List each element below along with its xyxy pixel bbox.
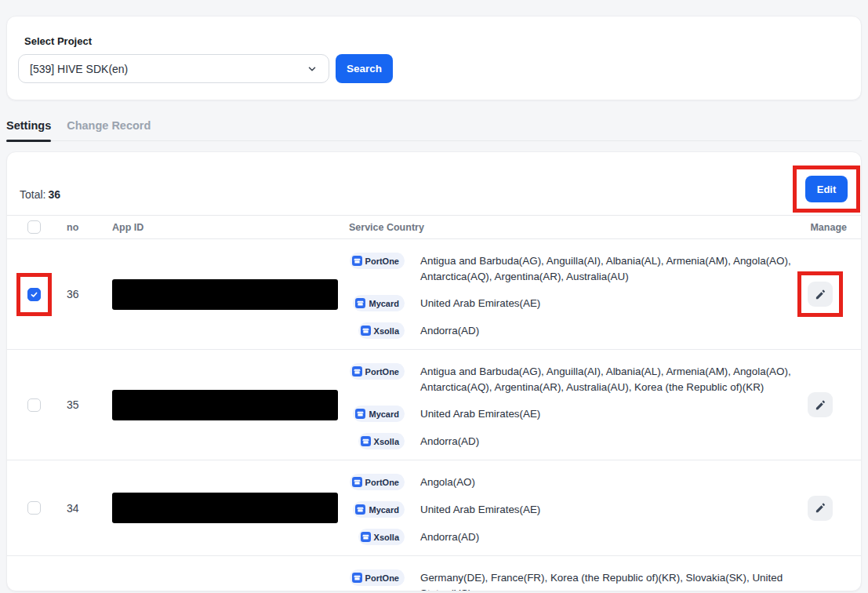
provider-badge: PortOne (350, 474, 405, 490)
column-header-service-country: Service Country (349, 222, 794, 233)
store-icon (361, 326, 371, 336)
store-icon (352, 477, 362, 487)
pencil-icon (815, 502, 826, 514)
row-edit-button[interactable] (808, 496, 833, 521)
provider-badge-label: PortOne (365, 573, 399, 583)
provider-badge-label: PortOne (365, 256, 399, 266)
provider-badge: Xsolla (358, 433, 405, 449)
store-icon (352, 573, 362, 583)
pencil-icon (815, 399, 826, 411)
row-number: 34 (67, 502, 112, 515)
store-icon (355, 298, 365, 308)
provider-badge: Xsolla (358, 529, 405, 545)
service-line: Xsolla Andorra(AD) (349, 322, 794, 339)
service-line: PortOne Angola(AO) (349, 474, 794, 490)
row-checkbox[interactable] (27, 288, 41, 301)
tab-settings[interactable]: Settings (6, 119, 51, 140)
edit-annotation-box: Edit (793, 166, 860, 213)
service-country-text: Antigua and Barbuda(AG), Anguilla(AI), A… (420, 253, 794, 284)
table-header-row: no App ID Service Country Manage (7, 215, 861, 239)
column-header-app-id: App ID (112, 222, 349, 233)
project-select[interactable]: [539] HIVE SDK(en) (18, 54, 329, 83)
provider-badge-label: Xsolla (374, 437, 399, 446)
row-edit-button[interactable] (808, 282, 833, 307)
store-icon (352, 366, 362, 377)
checkbox-annotation-box (16, 384, 52, 427)
provider-badge-label: PortOne (365, 367, 399, 377)
provider-badge: PortOne (350, 569, 405, 586)
check-icon (30, 290, 38, 299)
total-count: Total:36 (20, 188, 60, 201)
page: Select Project [539] HIVE SDK(en) Search… (0, 16, 868, 591)
service-country-cell: PortOne Antigua and Barbuda(AG), Anguill… (349, 239, 794, 349)
tab-bar: Settings Change Record (6, 119, 862, 141)
service-country-cell: PortOne Antigua and Barbuda(AG), Anguill… (349, 350, 794, 460)
service-country-text: Andorra(AD) (420, 529, 479, 545)
row-checkbox[interactable] (27, 398, 41, 412)
service-line: Xsolla Andorra(AD) (349, 529, 794, 545)
store-icon (361, 436, 371, 446)
service-country-text: United Arab Emirates(AE) (420, 406, 540, 422)
service-country-cell: PortOne Germany(DE), France(FR), Korea (… (349, 556, 794, 591)
project-select-value: [539] HIVE SDK(en) (30, 63, 128, 75)
pencil-icon (815, 289, 826, 300)
service-country-cell: PortOne Angola(AO) Mycard United Arab Em… (349, 460, 794, 555)
table-body: 36 PortOne Antigua and Barbuda(AG), Angu… (7, 239, 861, 591)
checkbox-annotation-box (16, 486, 52, 529)
chevron-down-icon (307, 64, 318, 75)
service-line: Xsolla Andorra(AD) (349, 433, 794, 449)
provider-badge-label: PortOne (365, 478, 399, 487)
row-edit-button[interactable] (808, 392, 833, 417)
service-country-text: Andorra(AD) (420, 322, 479, 339)
service-country-text: United Arab Emirates(AE) (420, 501, 540, 518)
store-icon (352, 256, 362, 266)
select-project-card: Select Project [539] HIVE SDK(en) Search (6, 16, 862, 100)
service-line: Mycard United Arab Emirates(AE) (349, 406, 794, 422)
store-icon (361, 532, 371, 542)
provider-badge: Mycard (353, 406, 405, 422)
table-row: 36 PortOne Antigua and Barbuda(AG), Angu… (7, 239, 861, 350)
provider-badge-label: Xsolla (374, 533, 399, 542)
column-header-no: no (67, 222, 112, 233)
table-row: PortOne Germany(DE), France(FR), Korea (… (7, 556, 861, 591)
manage-annotation-box (797, 382, 843, 427)
service-country-text: Antigua and Barbuda(AG), Anguilla(AI), A… (420, 363, 794, 395)
redacted-app-id (112, 493, 338, 523)
search-button[interactable]: Search (336, 54, 393, 83)
redacted-app-id (112, 390, 338, 420)
row-number: 35 (67, 398, 112, 411)
provider-badge: Xsolla (358, 322, 405, 339)
settings-panel: Total:36 Edit no App ID Service Country … (6, 151, 862, 591)
column-header-manage: Manage (794, 222, 847, 233)
service-line: PortOne Antigua and Barbuda(AG), Anguill… (349, 363, 794, 395)
select-project-controls: [539] HIVE SDK(en) Search (18, 54, 848, 83)
provider-badge-label: Mycard (369, 505, 399, 515)
provider-badge: PortOne (350, 363, 405, 380)
edit-button[interactable]: Edit (805, 176, 848, 202)
provider-badge: Mycard (353, 295, 405, 311)
total-label: Total: (20, 188, 45, 201)
table-row: 35 PortOne Antigua and Barbuda(AG), Angu… (7, 350, 861, 460)
provider-badge-label: Mycard (369, 409, 399, 419)
row-number: 36 (67, 288, 112, 300)
service-line: PortOne Germany(DE), France(FR), Korea (… (349, 569, 794, 591)
select-project-label: Select Project (24, 35, 848, 47)
service-line: PortOne Antigua and Barbuda(AG), Anguill… (349, 253, 794, 284)
table-row: 34 PortOne Angola(AO) Mycard United Arab… (7, 460, 861, 556)
tab-change-record[interactable]: Change Record (67, 119, 151, 140)
service-line: Mycard United Arab Emirates(AE) (349, 295, 794, 311)
store-icon (355, 504, 365, 515)
select-all-checkbox[interactable] (27, 220, 41, 234)
service-line: Mycard United Arab Emirates(AE) (349, 501, 794, 518)
service-country-text: Andorra(AD) (420, 433, 479, 449)
row-checkbox[interactable] (27, 501, 41, 515)
total-value: 36 (48, 188, 60, 201)
provider-badge: PortOne (350, 253, 405, 269)
provider-badge-label: Mycard (369, 299, 399, 308)
redacted-app-id (112, 279, 338, 310)
service-country-text: Germany(DE), France(FR), Korea (the Repu… (420, 569, 794, 591)
manage-annotation-box (797, 271, 843, 317)
service-country-text: Angola(AO) (420, 474, 475, 490)
service-country-text: United Arab Emirates(AE) (420, 295, 540, 311)
provider-badge-label: Xsolla (374, 326, 399, 336)
